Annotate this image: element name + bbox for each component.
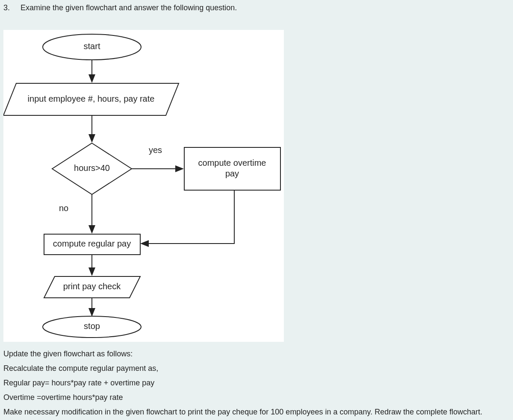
followup-line-2: Recalculate the compute regular payment … bbox=[3, 363, 158, 374]
svg-text:hours>40: hours>40 bbox=[74, 163, 110, 173]
question-prompt: Examine the given flowchart and answer t… bbox=[21, 3, 237, 12]
flowchart-decision: hours>40 bbox=[52, 143, 132, 194]
svg-text:stop: stop bbox=[84, 321, 100, 331]
followup-line-5: Make necessary modification in the given… bbox=[3, 407, 482, 417]
svg-text:compute regular pay: compute regular pay bbox=[53, 239, 131, 248]
followup-line-1: Update the given flowchart as follows: bbox=[3, 349, 133, 359]
flowchart-stop: stop bbox=[43, 316, 141, 338]
flowchart-image: start input employee #, hours, pay rate … bbox=[3, 30, 284, 342]
flowchart-regular: compute regular pay bbox=[44, 234, 140, 255]
svg-text:pay: pay bbox=[225, 169, 239, 178]
svg-text:print pay check: print pay check bbox=[63, 282, 121, 291]
flowchart-overtime: compute overtime pay bbox=[184, 147, 280, 190]
question-number: 3. bbox=[3, 3, 10, 12]
flowchart-start: start bbox=[43, 34, 141, 60]
flowchart-input: input employee #, hours, pay rate bbox=[3, 83, 179, 115]
svg-text:start: start bbox=[84, 41, 100, 51]
svg-text:input employee #, hours, pay r: input employee #, hours, pay rate bbox=[28, 94, 155, 103]
flowchart-print: print pay check bbox=[44, 276, 140, 298]
followup-line-4: Overtime =overtime hours*pay rate bbox=[3, 392, 123, 403]
arrow-overtime-regular bbox=[141, 190, 234, 244]
edge-label-no: no bbox=[59, 203, 68, 213]
svg-text:compute overtime: compute overtime bbox=[198, 158, 266, 167]
followup-line-3: Regular pay= hours*pay rate + overtime p… bbox=[3, 378, 154, 388]
edge-label-yes: yes bbox=[149, 145, 162, 155]
